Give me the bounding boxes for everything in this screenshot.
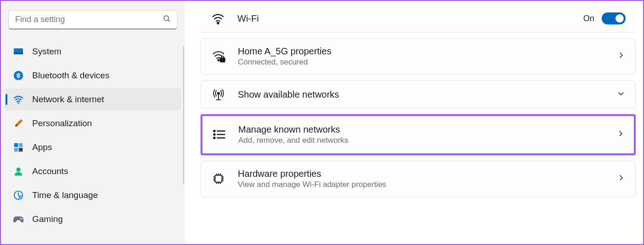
sidebar-item-label: Accounts (32, 166, 68, 176)
svg-point-13 (20, 218, 21, 219)
sidebar-item-label: Apps (32, 142, 52, 152)
svg-rect-7 (19, 143, 23, 147)
list-icon (212, 127, 226, 142)
chevron-right-icon (616, 129, 625, 140)
manage-known-networks-card[interactable]: Manage known networks Add, remove, and e… (201, 114, 636, 155)
sidebar-item-time-language[interactable]: Time & language (5, 184, 181, 206)
connection-properties-card[interactable]: Home A_5G properties Connected, secured (201, 38, 636, 75)
connection-title: Home A_5G properties (238, 45, 605, 57)
wifi-toggle-card[interactable]: Wi-Fi On (201, 5, 636, 33)
sidebar-item-label: System (32, 47, 61, 57)
svg-point-23 (214, 137, 215, 139)
antenna-icon (211, 87, 226, 102)
svg-rect-17 (220, 58, 225, 62)
sidebar-item-label: Time & language (32, 190, 98, 200)
main-content: Wi-Fi On Home A_5G properties Connected,… (185, 1, 643, 244)
search-icon (163, 15, 171, 25)
sidebar-item-bluetooth[interactable]: Bluetooth & devices (5, 64, 181, 87)
wifi-icon (211, 11, 225, 26)
sidebar-scroll-indicator (182, 46, 185, 244)
sidebar-item-system[interactable]: System (5, 41, 181, 63)
sidebar-item-label: Gaming (32, 214, 63, 224)
svg-point-0 (164, 16, 169, 21)
svg-line-1 (168, 20, 170, 22)
sidebar-item-network[interactable]: Network & internet (5, 88, 181, 111)
chevron-down-icon (617, 89, 625, 99)
svg-point-10 (16, 168, 20, 172)
svg-point-21 (214, 134, 215, 135)
system-icon (13, 46, 24, 57)
manage-subtitle: Add, remove, and edit networks (238, 135, 604, 146)
sidebar-item-accounts[interactable]: Accounts (5, 160, 181, 182)
sidebar-item-label: Personalization (32, 118, 92, 128)
svg-rect-6 (14, 143, 18, 147)
search-input[interactable] (8, 10, 178, 29)
svg-point-14 (21, 219, 22, 220)
sidebar-item-label: Network & internet (32, 94, 104, 105)
network-icon (13, 94, 24, 105)
hardware-subtitle: View and manage Wi-Fi adapter properties (238, 180, 605, 190)
svg-rect-9 (19, 148, 23, 152)
svg-rect-3 (14, 52, 23, 54)
svg-point-16 (218, 60, 219, 61)
sidebar: System Bluetooth & devices Network & int… (1, 1, 185, 244)
sidebar-item-label: Bluetooth & devices (32, 70, 109, 81)
svg-point-19 (214, 130, 215, 132)
show-available-networks-card[interactable]: Show available networks (201, 80, 636, 109)
wifi-title: Wi-Fi (237, 12, 571, 24)
svg-point-15 (217, 22, 219, 24)
apps-icon (13, 142, 24, 153)
hardware-properties-card[interactable]: Hardware properties View and manage Wi-F… (201, 161, 636, 197)
wifi-state-label: On (583, 14, 594, 23)
svg-point-5 (17, 102, 19, 104)
chevron-right-icon (617, 174, 625, 184)
chevron-right-icon (617, 51, 625, 61)
svg-point-12 (18, 195, 23, 199)
manage-title: Manage known networks (238, 123, 604, 135)
connection-subtitle: Connected, secured (238, 57, 605, 68)
wifi-secure-icon (211, 49, 226, 64)
bluetooth-icon (13, 70, 24, 81)
wifi-toggle[interactable] (602, 12, 626, 24)
sidebar-item-apps[interactable]: Apps (5, 136, 181, 158)
chip-icon (211, 171, 226, 186)
available-title: Show available networks (238, 88, 605, 100)
time-language-icon (13, 190, 24, 201)
hardware-title: Hardware properties (238, 168, 605, 180)
personalization-icon (13, 118, 24, 129)
sidebar-item-personalization[interactable]: Personalization (5, 112, 181, 134)
gaming-icon (13, 214, 24, 225)
accounts-icon (13, 166, 24, 177)
svg-rect-8 (14, 148, 18, 152)
sidebar-item-gaming[interactable]: Gaming (5, 208, 181, 230)
search-field-wrap (8, 10, 178, 29)
svg-rect-25 (215, 175, 222, 182)
